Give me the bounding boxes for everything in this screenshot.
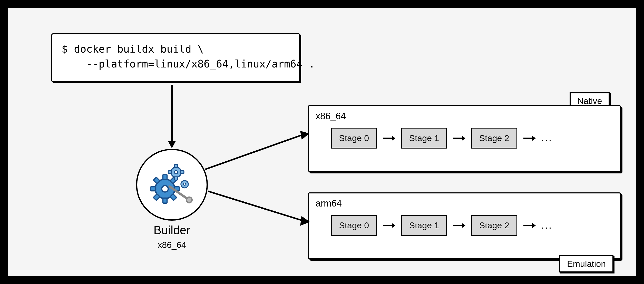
- pipeline-panel-arm: arm64 Stage 0 Stage 1 Stage 2 ...: [308, 192, 621, 259]
- svg-point-18: [187, 197, 192, 203]
- emulation-tag: Emulation: [559, 255, 613, 272]
- svg-point-1: [162, 185, 168, 192]
- stage-box: Stage 1: [401, 215, 447, 236]
- panel-title-x86: x86_64: [316, 111, 613, 122]
- svg-rect-12: [175, 164, 178, 168]
- arrow-builder-to-x86: [203, 128, 310, 174]
- svg-line-35: [208, 191, 303, 221]
- arrow-right-icon: [383, 134, 395, 142]
- arrow-right-icon: [453, 222, 465, 229]
- ellipsis: ...: [541, 133, 553, 144]
- arrow-right-icon: [383, 222, 395, 229]
- pipeline-panel-x86: x86_64 Stage 0 Stage 1 Stage 2 ...: [308, 105, 621, 172]
- svg-rect-14: [168, 171, 172, 174]
- builder-node: [136, 149, 208, 221]
- command-box: $ docker buildx build \ --platform=linux…: [51, 33, 300, 82]
- command-text: $ docker buildx build \ --platform=linux…: [62, 42, 290, 71]
- svg-rect-15: [181, 171, 184, 174]
- stage-row-x86: Stage 0 Stage 1 Stage 2 ...: [316, 128, 613, 149]
- arrow-cmd-to-builder: [164, 85, 180, 149]
- svg-rect-13: [175, 177, 178, 180]
- svg-rect-3: [163, 198, 167, 203]
- arrow-right-icon: [453, 134, 465, 142]
- builder-arch-label: x86_64: [136, 240, 208, 250]
- svg-line-33: [205, 135, 303, 169]
- svg-marker-22: [462, 136, 465, 141]
- svg-point-17: [183, 183, 186, 185]
- svg-rect-2: [163, 174, 167, 180]
- svg-marker-20: [392, 136, 395, 141]
- stage-box: Stage 2: [471, 128, 517, 149]
- stage-box: Stage 0: [331, 215, 377, 236]
- ellipsis: ...: [541, 220, 553, 231]
- panel-title-arm: arm64: [316, 198, 613, 209]
- svg-marker-32: [168, 141, 176, 148]
- gears-icon: [149, 161, 195, 208]
- svg-marker-26: [392, 223, 395, 228]
- arrow-right-icon: [523, 134, 536, 142]
- stage-row-arm: Stage 0 Stage 1 Stage 2 ...: [316, 215, 613, 236]
- stage-box: Stage 2: [471, 215, 517, 236]
- svg-rect-4: [151, 187, 156, 191]
- diagram-canvas: $ docker buildx build \ --platform=linux…: [0, 0, 644, 284]
- arrow-builder-to-arm: [205, 187, 310, 228]
- svg-marker-28: [462, 223, 465, 228]
- svg-marker-30: [532, 223, 536, 228]
- svg-marker-24: [532, 136, 536, 141]
- builder-label: Builder: [136, 223, 208, 237]
- arrow-right-icon: [523, 222, 536, 229]
- stage-box: Stage 1: [401, 128, 447, 149]
- stage-box: Stage 0: [331, 128, 377, 149]
- svg-point-11: [174, 171, 178, 174]
